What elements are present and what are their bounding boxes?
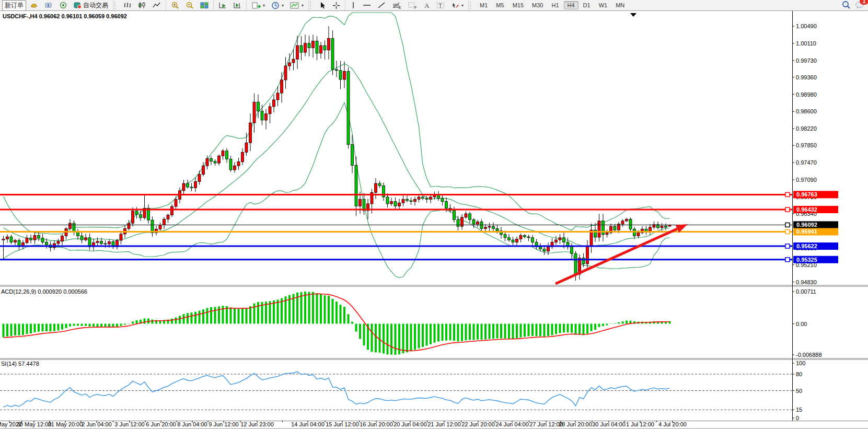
candle	[26, 238, 28, 243]
new-order-button[interactable]: 新订单	[2, 0, 26, 11]
cursor-icon[interactable]	[316, 1, 329, 10]
candle	[10, 237, 13, 242]
candle	[574, 253, 577, 274]
candle	[273, 100, 275, 107]
crosshair-icon[interactable]	[330, 1, 343, 10]
text-label-icon[interactable]: T	[434, 1, 447, 10]
candle	[661, 226, 663, 227]
candle	[284, 66, 287, 80]
level-line-anchor[interactable]	[785, 229, 790, 234]
candle	[61, 236, 64, 241]
timeframe-m30[interactable]: M30	[528, 1, 547, 9]
objects-group: ▾ ▾ ▾	[247, 0, 309, 10]
timeframe-h1[interactable]: H1	[548, 1, 562, 9]
candle	[559, 238, 561, 240]
candle	[151, 220, 154, 233]
level-line-anchor[interactable]	[785, 207, 790, 212]
trendline-icon[interactable]	[375, 1, 388, 10]
rsi-tick-label: 50	[796, 388, 802, 394]
grid-icon[interactable]: F	[405, 1, 420, 10]
candle	[430, 197, 432, 199]
timeframe-m5[interactable]: M5	[492, 1, 507, 9]
candle	[85, 238, 87, 240]
candle	[410, 201, 412, 202]
gold-ingot-icon[interactable]	[27, 1, 41, 10]
candle	[96, 241, 99, 243]
price-tick-label: 0.99730	[796, 57, 817, 64]
candle	[614, 226, 616, 230]
notifications-icon[interactable]: 1	[855, 1, 865, 10]
line-chart-icon[interactable]	[150, 1, 164, 10]
candle	[626, 219, 628, 221]
new-chart-dropdown-arrow: ▾	[263, 3, 265, 8]
zoom-out-icon[interactable]	[183, 1, 196, 10]
candle	[320, 45, 322, 53]
trend-arrow-line[interactable]	[555, 229, 677, 284]
auto-trading-label: 自动交易	[83, 1, 108, 10]
zoom-in-icon[interactable]	[168, 1, 182, 10]
chart-template-icon[interactable]: ▾	[287, 1, 306, 10]
candle	[296, 45, 299, 59]
auto-scroll-icon[interactable]	[216, 1, 229, 10]
candle	[38, 235, 40, 238]
candle	[547, 247, 550, 251]
candle	[210, 158, 213, 161]
scroll-shift-group	[214, 0, 247, 10]
vertical-line-icon[interactable]	[348, 1, 359, 10]
level-line-anchor[interactable]	[785, 244, 790, 248]
price-chart[interactable]: 1.004901.001100.997300.993600.989800.986…	[0, 11, 868, 429]
price-tick-label: 0.98220	[796, 125, 817, 132]
candle	[621, 221, 624, 224]
candle	[281, 80, 283, 93]
chart-shift-marker[interactable]	[630, 13, 636, 17]
timeframe-d1[interactable]: D1	[580, 1, 594, 9]
price-badge-label: 0.95325	[796, 257, 817, 263]
candle	[571, 247, 573, 253]
level-line-anchor[interactable]	[785, 223, 790, 227]
candle	[108, 242, 111, 244]
level-line-anchor[interactable]	[785, 192, 790, 196]
tile-windows-icon[interactable]	[198, 1, 211, 10]
text-icon[interactable]: A	[421, 1, 433, 10]
candle	[328, 38, 330, 50]
bar-chart-icon[interactable]	[121, 1, 134, 10]
profiles-clock-icon[interactable]: ▾	[269, 1, 286, 10]
macd-tick-label: 0.00	[796, 321, 807, 327]
chart-window[interactable]: 1.004901.001100.997300.993600.989800.986…	[0, 11, 868, 429]
candle	[347, 72, 350, 145]
auto-trading-button[interactable]: 自动交易	[71, 0, 111, 11]
candle	[132, 211, 134, 223]
timeframe-m1[interactable]: M1	[476, 1, 491, 9]
timeframe-mn[interactable]: MN	[612, 1, 628, 9]
candle	[159, 225, 161, 229]
timeframe-m15[interactable]: M15	[509, 1, 527, 9]
candle	[80, 236, 83, 240]
price-badge-label: 0.96432	[796, 206, 817, 213]
timeframe-w1[interactable]: W1	[595, 1, 611, 9]
candle	[22, 242, 25, 246]
search-icon[interactable]	[842, 1, 851, 10]
terminal-upload-icon[interactable]	[42, 1, 55, 10]
toolbar-handle	[310, 2, 313, 9]
signal-broadcast-icon[interactable]	[56, 1, 70, 10]
candle	[516, 239, 518, 242]
candle	[504, 235, 506, 238]
new-chart-icon[interactable]: ▾	[249, 1, 268, 10]
candle	[88, 238, 91, 247]
candle	[128, 223, 130, 228]
bollinger-middle-band	[4, 64, 670, 247]
horizontal-line-icon[interactable]	[360, 1, 374, 10]
candle	[135, 211, 138, 215]
price-tick-label: 0.98600	[796, 108, 817, 114]
shapes-dropdown-arrow: ▾	[461, 3, 464, 8]
rsi-tick-label: 100	[796, 360, 805, 366]
chart-shift-icon[interactable]	[230, 1, 244, 10]
candle	[492, 226, 495, 228]
candle	[206, 158, 209, 166]
timeframe-h4[interactable]: H4	[564, 1, 578, 9]
candle	[77, 232, 79, 236]
candlestick-chart-icon[interactable]	[135, 1, 149, 10]
level-line-anchor[interactable]	[785, 258, 790, 262]
arrows-shapes-icon[interactable]: ▾	[448, 1, 466, 10]
fibonacci-icon[interactable]: E	[389, 1, 404, 10]
